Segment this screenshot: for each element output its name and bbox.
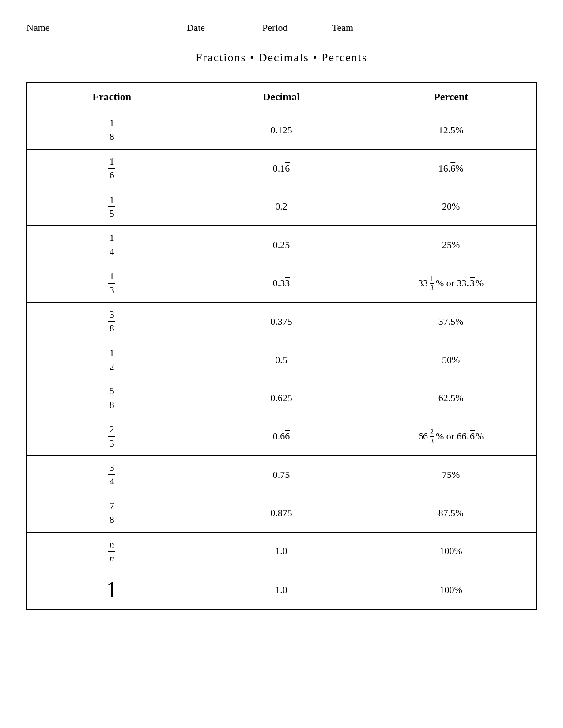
header-decimal: Decimal [196,83,366,111]
fraction-cell: 1 6 [27,149,196,188]
fraction-display: 2 3 [108,424,115,449]
percent-cell: 87.5% [366,494,536,532]
percent-complex-display: 66 2 3 % or 66.6% [418,428,484,445]
fractions-table: Fraction Decimal Percent 1 8 0.125 12.5%… [26,82,537,610]
header-percent: Percent [366,83,536,111]
overline-digit: 6 [450,163,455,174]
fraction-cell: 1 2 [27,341,196,379]
percent-cell: 16.6% [366,149,536,188]
table-row: 1 3 0.33 33 1 3 % or 33.3% [27,264,536,303]
table-row: 3 4 0.75 75% [27,456,536,494]
decimal-cell: 1.0 [196,532,366,570]
percent-complex-display: 33 1 3 % or 33.3% [418,275,484,292]
numerator: 5 [108,385,115,398]
percent-cell: 37.5% [366,302,536,341]
date-blank [212,28,256,28]
table-row: 2 3 0.66 66 2 3 % or 66.6% [27,417,536,456]
fraction-display: 5 8 [108,385,115,411]
percent-cell: 62.5% [366,379,536,417]
fraction-display: n n [108,539,115,564]
fraction-display: 1 8 [108,117,115,143]
table-row: 5 8 0.625 62.5% [27,379,536,417]
fraction-cell: 1 4 [27,226,196,264]
decimal-cell: 0.25 [196,226,366,264]
decimal-cell: 0.125 [196,111,366,150]
denominator: n [108,552,115,564]
denominator: 6 [108,169,115,181]
numerator: 1 [108,232,115,245]
table-row: 1 6 0.16 16.6% [27,149,536,188]
inline-fraction: 1 3 [430,275,434,292]
fraction-cell: 1 3 [27,264,196,303]
fraction-display: 1 2 [108,347,115,373]
overline-digit: 3 [285,278,290,289]
decimal-cell: 0.2 [196,188,366,226]
numerator: 1 [108,117,115,130]
overline-digit: 6 [470,431,475,442]
table-row: 3 8 0.375 37.5% [27,302,536,341]
table-row: 1 5 0.2 20% [27,188,536,226]
fraction-display: 1 3 [108,270,115,296]
name-label: Name [26,22,50,34]
denominator: 4 [108,245,115,258]
fraction-cell: n n [27,532,196,570]
percent-cell: 100% [366,570,536,610]
decimal-cell: 0.375 [196,302,366,341]
team-label: Team [332,22,354,34]
denominator: 8 [108,130,115,143]
fraction-cell: 2 3 [27,417,196,456]
denominator: 3 [108,437,115,449]
decimal-cell: 1.0 [196,570,366,610]
decimal-cell: 0.66 [196,417,366,456]
percent-cell: 20% [366,188,536,226]
period-blank [295,28,325,28]
header-row: Name Date Period Team [26,22,537,34]
numerator: 7 [108,500,115,513]
numerator: 3 [108,462,115,475]
percent-cell: 12.5% [366,111,536,150]
denominator: 4 [108,475,115,487]
percent-cell: 25% [366,226,536,264]
table-row: 1 1.0 100% [27,570,536,610]
fraction-cell: 5 8 [27,379,196,417]
fraction-cell: 1 5 [27,188,196,226]
percent-cell: 50% [366,341,536,379]
fraction-display: 7 8 [108,500,115,526]
name-blank [57,28,180,28]
overline-digit: 6 [285,163,290,174]
period-label: Period [262,22,287,34]
fraction-cell: 3 8 [27,302,196,341]
table-row: n n 1.0 100% [27,532,536,570]
table-row: 1 8 0.125 12.5% [27,111,536,150]
fraction-display: 1 6 [108,156,115,181]
decimal-cell: 0.33 [196,264,366,303]
table-header-row: Fraction Decimal Percent [27,83,536,111]
percent-cell: 66 2 3 % or 66.6% [366,417,536,456]
denominator: 8 [108,398,115,411]
decimal-cell: 0.875 [196,494,366,532]
big-one-display: 1 [106,577,117,602]
inline-fraction: 2 3 [430,428,434,445]
numerator: 2 [108,424,115,436]
team-blank [360,28,386,28]
fraction-cell: 7 8 [27,494,196,532]
numerator: 3 [108,309,115,322]
decimal-cell: 0.5 [196,341,366,379]
header-fraction: Fraction [27,83,196,111]
percent-cell: 75% [366,456,536,494]
decimal-cell: 0.625 [196,379,366,417]
fraction-display: 1 4 [108,232,115,258]
numerator: 1 [108,347,115,360]
date-label: Date [187,22,205,34]
table-row: 1 2 0.5 50% [27,341,536,379]
overline-digit: 3 [470,278,475,289]
decimal-cell: 0.75 [196,456,366,494]
denominator: 8 [108,322,115,334]
fraction-display: 1 5 [108,194,115,220]
denominator: 5 [108,207,115,219]
numerator: 1 [108,270,115,283]
decimal-cell: 0.16 [196,149,366,188]
fraction-display: 3 8 [108,309,115,334]
percent-cell: 100% [366,532,536,570]
percent-cell: 33 1 3 % or 33.3% [366,264,536,303]
